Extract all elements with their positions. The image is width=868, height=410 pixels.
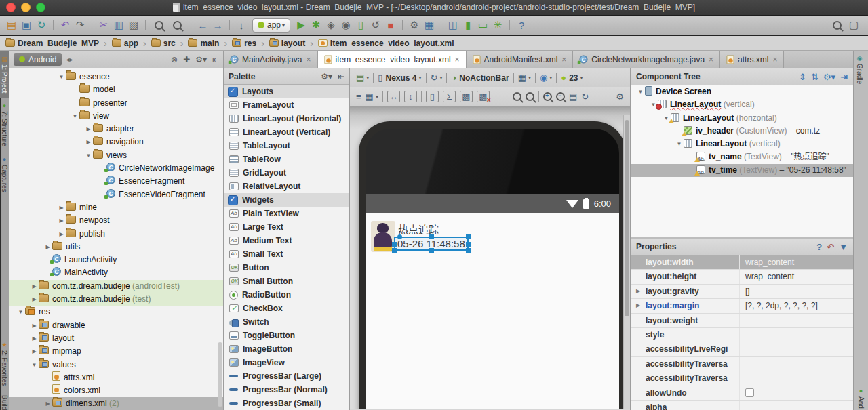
device-screen[interactable]: 6:00 热点追踪 05-26 11:48:58 bbox=[366, 194, 619, 409]
crumb-src[interactable]: src bbox=[151, 38, 189, 49]
crumb-project[interactable]: Dream_Budejie_MVP bbox=[5, 38, 112, 49]
expand-arrow-icon[interactable]: ▼ bbox=[57, 70, 66, 83]
palette-item[interactable]: GridLayout bbox=[224, 166, 349, 180]
tree-item[interactable]: ▶adapter bbox=[9, 123, 223, 136]
filter-icon[interactable]: ▼ bbox=[839, 242, 848, 252]
profiler-icon[interactable]: ◉ bbox=[338, 18, 353, 33]
property-value[interactable] bbox=[739, 401, 853, 410]
palette-item[interactable]: FrameLayout bbox=[224, 98, 349, 112]
expand-arrow-icon[interactable]: ▶ bbox=[43, 241, 52, 253]
tree-item[interactable]: ▶utils bbox=[9, 241, 223, 253]
project-structure-icon[interactable]: ▦ bbox=[422, 18, 437, 33]
search-everywhere-icon[interactable] bbox=[833, 21, 842, 30]
component-node[interactable]: ▼Device Screen bbox=[631, 85, 853, 98]
tool-button-project[interactable]: ▤1: Project bbox=[0, 51, 9, 98]
refresh-icon[interactable]: ↻ bbox=[581, 91, 589, 102]
design-canvas[interactable]: 6:00 热点追踪 05-26 11:48:58 bbox=[350, 106, 630, 409]
property-value[interactable] bbox=[739, 328, 853, 342]
crumb-file[interactable]: item_essence_video_layout.xml bbox=[318, 39, 454, 48]
wrap-height-icon[interactable]: Σ bbox=[443, 91, 456, 102]
back-icon[interactable]: ← bbox=[195, 18, 210, 33]
api-level-select[interactable]: 23▾ bbox=[561, 73, 583, 83]
palette-collapse-icon[interactable]: ⇤ bbox=[338, 72, 344, 81]
property-value[interactable] bbox=[739, 357, 853, 371]
save-icon[interactable]: ▣ bbox=[19, 18, 34, 33]
palette-item[interactable]: TableLayout bbox=[224, 139, 349, 152]
selection-handle[interactable] bbox=[429, 248, 434, 253]
canvas-scrollbar[interactable] bbox=[623, 115, 630, 409]
component-node[interactable]: iv_header (CustomView) – com.tz bbox=[631, 125, 853, 138]
tree-item[interactable]: colors.xml bbox=[9, 384, 223, 397]
tree-item[interactable]: ▶mipmap bbox=[9, 345, 223, 358]
palette-item[interactable]: RelativeLayout bbox=[224, 180, 349, 193]
settings-icon[interactable]: ⚙▾ bbox=[195, 55, 207, 64]
tree-item[interactable]: ▶mine bbox=[9, 201, 223, 214]
property-row[interactable]: allowUndo bbox=[631, 386, 853, 401]
stop-icon[interactable]: ■ bbox=[383, 18, 398, 33]
palette-item[interactable]: Plain TextView bbox=[224, 207, 349, 220]
redo-icon[interactable]: ↷ bbox=[73, 18, 87, 33]
locate-icon[interactable]: ✚ bbox=[183, 55, 190, 64]
property-row[interactable]: alpha bbox=[631, 401, 853, 410]
tree-item[interactable]: ▶navigation bbox=[9, 136, 223, 148]
expand-arrow-icon[interactable]: ▼ bbox=[636, 85, 645, 98]
tool-button-structure[interactable]: ●7: Structure bbox=[0, 98, 9, 151]
crumb-layout[interactable]: layout bbox=[269, 38, 318, 49]
wrench-icon[interactable]: ⚙ bbox=[407, 18, 422, 33]
tree-item[interactable]: ▼essence bbox=[9, 70, 223, 83]
restore-defaults-icon[interactable]: ↶ bbox=[827, 242, 834, 252]
tree-item[interactable]: presenter bbox=[9, 97, 223, 110]
project-scrollbar-thumb[interactable] bbox=[218, 342, 222, 407]
hide-panel-icon[interactable]: ⇤ bbox=[212, 55, 219, 64]
expand-arrow-icon[interactable]: ▼ bbox=[71, 110, 79, 123]
palette-item[interactable]: CheckBox bbox=[224, 302, 349, 315]
property-value[interactable]: wrap_content bbox=[739, 270, 853, 283]
preview-tv-name[interactable]: 热点追踪 bbox=[398, 222, 439, 236]
palette-item[interactable]: ImageView bbox=[224, 356, 349, 369]
tree-item[interactable]: attrs.xml bbox=[9, 371, 223, 384]
view-switch-arrows[interactable]: ◂▸ bbox=[66, 56, 73, 63]
expand-arrow-icon[interactable]: ▶ bbox=[43, 397, 52, 410]
component-node[interactable]: ▼LinearLayout (vertical) bbox=[631, 98, 853, 111]
locale-select[interactable]: ▾ bbox=[518, 73, 531, 83]
expand-arrow-icon[interactable]: ▶ bbox=[84, 123, 93, 136]
tree-item[interactable]: ▼res bbox=[9, 306, 223, 319]
component-node[interactable]: tv_time (TextView) – "05-26 11:48:58" bbox=[631, 164, 853, 177]
palette-item[interactable]: RadioButton bbox=[224, 288, 349, 302]
expand-arrow-icon[interactable]: ▼ bbox=[84, 149, 93, 162]
palette-item[interactable]: Button bbox=[224, 261, 349, 274]
palette-item[interactable]: LinearLayout (Vertical) bbox=[224, 125, 349, 139]
tree-item[interactable]: CircleNetworkImageImage bbox=[9, 162, 223, 175]
tab-attrs[interactable]: attrs.xml× bbox=[720, 51, 784, 68]
tab-item-essence-video-layout[interactable]: item_essence_video_layout.xml× bbox=[318, 51, 467, 68]
user-icon[interactable]: ▢ bbox=[846, 18, 861, 33]
property-row[interactable]: ▶layout:margin[?, ?, 2dp, ?, ?, ?, ?] bbox=[631, 299, 853, 313]
property-row[interactable]: layout:widthwrap_content bbox=[631, 255, 853, 270]
selection-handle[interactable] bbox=[392, 242, 397, 247]
palette-item[interactable]: ToggleButton bbox=[224, 329, 349, 342]
property-value[interactable] bbox=[739, 386, 853, 400]
palette-item[interactable]: ProgressBar (Normal) bbox=[224, 383, 349, 396]
tool-button-gradle[interactable]: ◉Gradle bbox=[854, 51, 865, 88]
expand-arrow-icon[interactable]: ▶ bbox=[631, 299, 646, 312]
avd-manager-icon[interactable]: ▭ bbox=[475, 18, 490, 33]
tab-androidmanifest[interactable]: AndroidManifest.xml× bbox=[467, 51, 574, 68]
tree-item[interactable]: ▶com.tz.dream.budejie (test) bbox=[9, 293, 223, 306]
selection-handle[interactable] bbox=[466, 248, 471, 253]
debug-icon[interactable]: ✱ bbox=[309, 18, 323, 33]
attach-debugger-icon[interactable]: ▯ bbox=[353, 18, 368, 33]
preview-file-icon[interactable]: ▤ bbox=[569, 91, 577, 102]
expand-arrow-icon[interactable]: ▶ bbox=[30, 345, 39, 358]
property-value[interactable]: [?, ?, 2dp, ?, ?, ?, ?] bbox=[739, 299, 853, 312]
component-node[interactable]: ▼LinearLayout (horizontal) bbox=[631, 112, 853, 125]
hide-panel-icon[interactable]: ⇥ bbox=[840, 72, 848, 82]
expand-arrow-icon[interactable]: ▶ bbox=[30, 280, 39, 293]
tab-circlenetworkimageimage[interactable]: CircleNetworkImageImage.java× bbox=[573, 51, 720, 68]
expand-all-icon[interactable]: ⇕ bbox=[799, 72, 806, 82]
tool-button-build-variants[interactable]: Build Variants bbox=[0, 390, 9, 410]
tree-item[interactable]: ▶drawable bbox=[9, 319, 223, 332]
zoom-actual-icon[interactable] bbox=[526, 92, 534, 101]
coverage-icon[interactable]: ◈ bbox=[323, 18, 338, 33]
expand-arrow-icon[interactable]: ▶ bbox=[631, 285, 646, 298]
selection-handle[interactable] bbox=[397, 234, 402, 239]
